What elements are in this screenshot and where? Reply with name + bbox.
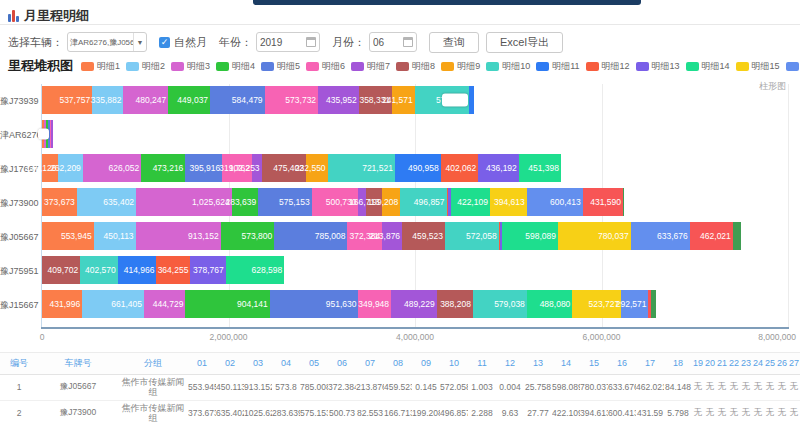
bar-segment-detail5[interactable]: 951,630 bbox=[270, 290, 359, 318]
query-button[interactable]: 查询 bbox=[429, 32, 479, 53]
bar-segment-detail2[interactable]: 635,402 bbox=[77, 188, 136, 216]
bar-segment-detail3[interactable]: 913,152 bbox=[136, 222, 221, 250]
legend-item-明细1[interactable]: 明细1 bbox=[81, 60, 120, 73]
bar-segment-detail14[interactable]: 628,598 bbox=[226, 256, 285, 284]
calendar-icon[interactable] bbox=[403, 37, 413, 47]
bar-segment-detail10[interactable]: 496,857 bbox=[400, 188, 446, 216]
table-cell: 633.676 bbox=[608, 374, 636, 400]
bar-segment-detail13[interactable]: 378,767 bbox=[190, 256, 225, 284]
year-field[interactable] bbox=[256, 32, 320, 52]
calendar-icon[interactable] bbox=[306, 37, 316, 47]
bar-segment-detail7[interactable]: 102,253 bbox=[252, 154, 262, 182]
legend-item-明细5[interactable]: 明细5 bbox=[261, 60, 300, 73]
bar-segment-detail11[interactable]: 490,958 bbox=[395, 154, 441, 182]
legend-item-明细16[interactable]: 明细16 bbox=[786, 60, 800, 73]
legend-item-明细7[interactable]: 明细7 bbox=[351, 60, 390, 73]
bar-segment-detail7[interactable]: 435,952 bbox=[318, 86, 359, 114]
excel-export-button[interactable]: Excel导出 bbox=[486, 32, 563, 53]
bar-segment-detail2[interactable]: 450,113 bbox=[94, 222, 136, 250]
bar-segment-detail7[interactable]: 213,876 bbox=[382, 222, 402, 250]
bar-segment-detail4[interactable]: 904,141 bbox=[185, 290, 269, 318]
bar-segment-detail12[interactable]: 364,255 bbox=[156, 256, 190, 284]
legend-item-明细8[interactable]: 明细8 bbox=[396, 60, 435, 73]
bar-segment-detail10[interactable]: 402,570 bbox=[80, 256, 118, 284]
chart-type-label[interactable]: 柱形图 bbox=[759, 80, 786, 93]
bar-segment-detail10[interactable]: 572,058 bbox=[445, 222, 498, 250]
bar-segment-detail5[interactable]: 584,479 bbox=[210, 86, 265, 114]
bar-segment-detail17[interactable]: 431,590 bbox=[583, 188, 623, 216]
bar-segment-detail3[interactable]: 1,025,624 bbox=[136, 188, 232, 216]
year-input[interactable] bbox=[260, 37, 306, 48]
bar-segment-detail2[interactable]: 262,209 bbox=[58, 154, 82, 182]
month-field[interactable] bbox=[369, 32, 417, 52]
bar-segment-detail8[interactable]: 388,208 bbox=[437, 290, 473, 318]
bar-segment-detail13[interactable]: 436,192 bbox=[478, 154, 519, 182]
bar-segment-detail4[interactable]: 473,216 bbox=[141, 154, 185, 182]
bar-segment-detail4[interactable]: 573,800 bbox=[221, 222, 275, 250]
bar-segment-detail1[interactable]: 553,945 bbox=[42, 222, 94, 250]
bar-segment-detail16[interactable]: 292,571 bbox=[621, 290, 648, 318]
bar-segment-label: 378,767 bbox=[193, 265, 224, 275]
mileage-chart: 柱形图 02,000,0004,000,0006,000,0008,000,00… bbox=[0, 78, 800, 346]
bar-segment-detail10[interactable]: 721,521 bbox=[328, 154, 395, 182]
legend-item-明细9[interactable]: 明细9 bbox=[441, 60, 480, 73]
bar-segment-detail5[interactable]: 395,916 bbox=[185, 154, 222, 182]
bar-segment-detail2[interactable]: 661,405 bbox=[82, 290, 144, 318]
bar-segment-detail16[interactable]: 600,413 bbox=[527, 188, 583, 216]
legend-item-明细13[interactable]: 明细13 bbox=[636, 60, 680, 73]
bar-segment-detail15[interactable]: 780,037 bbox=[558, 222, 631, 250]
bar-segment-detail4[interactable]: 449,037 bbox=[168, 86, 210, 114]
bar-segment-detail14[interactable]: 488,080 bbox=[527, 290, 573, 318]
bar-segment-detail6[interactable]: 349,948 bbox=[358, 290, 391, 318]
bar-segment-detail5[interactable]: 575,153 bbox=[258, 188, 312, 216]
bar-segment-detail4[interactable]: 283,639 bbox=[232, 188, 258, 216]
bar-segment-detail10[interactable]: 578,931 bbox=[415, 86, 469, 114]
vehicle-select[interactable]: 津AR6276,豫J05667,豫J15( ▼ bbox=[67, 32, 147, 52]
legend-item-明细14[interactable]: 明细14 bbox=[686, 60, 730, 73]
bar-segment-detail3[interactable]: 444,729 bbox=[144, 290, 185, 318]
bar-segment-detail14[interactable]: 451,398 bbox=[519, 154, 561, 182]
bar-segment-detail1[interactable]: 431,996 bbox=[42, 290, 82, 318]
legend-item-明细2[interactable]: 明细2 bbox=[126, 60, 165, 73]
bar-segment-detail16[interactable]: 633,676 bbox=[631, 222, 690, 250]
bar-segment-detail12[interactable]: 402,062 bbox=[441, 154, 478, 182]
bar-segment-detail10[interactable]: 579,038 bbox=[473, 290, 527, 318]
bar-segment-detail11[interactable]: 414,966 bbox=[118, 256, 157, 284]
legend-item-明细3[interactable]: 明细3 bbox=[171, 60, 210, 73]
bar-segment-detail1[interactable]: 537,757 bbox=[42, 86, 92, 114]
bar-segment-detail15[interactable]: 394,613 bbox=[490, 188, 527, 216]
legend-item-明细6[interactable]: 明细6 bbox=[306, 60, 345, 73]
legend-item-明细10[interactable]: 明细10 bbox=[486, 60, 530, 73]
bar-segment-detail11[interactable] bbox=[469, 86, 474, 114]
bar-segment-detail14[interactable]: 422,109 bbox=[451, 188, 490, 216]
bar-segment-detail14[interactable]: 598,089 bbox=[502, 222, 558, 250]
legend-label: 明细14 bbox=[702, 60, 730, 73]
bar-segment-detail15[interactable]: 523,727 bbox=[572, 290, 621, 318]
bar-segment-detail18[interactable] bbox=[733, 222, 741, 250]
bar-segment-label: 721,521 bbox=[362, 163, 393, 173]
month-input[interactable] bbox=[373, 37, 403, 48]
legend-item-明细11[interactable]: 明细11 bbox=[536, 60, 579, 73]
bar-segment-detail17[interactable]: 462,021 bbox=[690, 222, 733, 250]
bar-segment-detail18[interactable] bbox=[651, 290, 657, 318]
bar-segment-detail9[interactable]: 199,208 bbox=[382, 188, 401, 216]
bar-segment-detail18[interactable] bbox=[623, 188, 624, 216]
bar-segment-detail7[interactable] bbox=[51, 120, 53, 148]
legend-item-明细12[interactable]: 明细12 bbox=[586, 60, 630, 73]
bar-segment-detail9[interactable]: 241,571 bbox=[392, 86, 415, 114]
bar-segment-detail7[interactable]: 489,229 bbox=[391, 290, 437, 318]
legend-item-明细15[interactable]: 明细15 bbox=[736, 60, 780, 73]
bar-segment-detail1[interactable]: 373,673 bbox=[42, 188, 77, 216]
legend-item-明细4[interactable]: 明细4 bbox=[216, 60, 255, 73]
chevron-down-icon[interactable]: ▼ bbox=[133, 33, 146, 51]
bar-segment-detail8[interactable]: 459,523 bbox=[402, 222, 445, 250]
bar-segment-detail8[interactable]: 409,702 bbox=[42, 256, 80, 284]
bar-segment-detail3[interactable]: 480,247 bbox=[123, 86, 168, 114]
bar-segment-detail9[interactable]: 232,550 bbox=[306, 154, 328, 182]
bar-segment-detail2[interactable]: 335,882 bbox=[92, 86, 123, 114]
bar-segment-detail3[interactable]: 626,052 bbox=[83, 154, 141, 182]
natural-month-checkbox[interactable]: ✓ bbox=[159, 37, 170, 48]
bar-segment-detail6[interactable]: 573,732 bbox=[265, 86, 319, 114]
bar-segment-label: 635,402 bbox=[103, 197, 134, 207]
bar-segment-detail5[interactable]: 785,008 bbox=[274, 222, 347, 250]
